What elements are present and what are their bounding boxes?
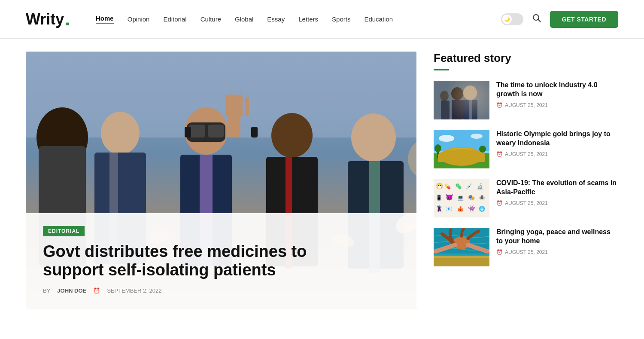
story-info-2: Historic Olympic gold brings joy to wear… xyxy=(496,130,618,157)
hero-meta: BY JOHN DOE ⏰ SEPTEMBER 2, 2022 xyxy=(43,287,399,294)
logo-dot: . xyxy=(65,10,70,28)
featured-story-2[interactable]: Historic Olympic gold brings joy to wear… xyxy=(434,130,618,168)
svg-rect-34 xyxy=(434,81,489,119)
svg-text:🦠: 🦠 xyxy=(455,183,462,190)
svg-rect-41 xyxy=(441,101,450,119)
svg-rect-20 xyxy=(245,97,249,116)
svg-point-52 xyxy=(479,146,486,153)
svg-rect-19 xyxy=(238,95,243,117)
nav-letters[interactable]: Letters xyxy=(298,15,318,23)
svg-text:💊: 💊 xyxy=(444,183,451,189)
svg-point-35 xyxy=(451,87,463,100)
nav-education[interactable]: Education xyxy=(364,15,393,23)
svg-point-48 xyxy=(444,148,480,162)
story-thumb-2 xyxy=(434,130,489,168)
featured-title: Featured story xyxy=(434,52,618,65)
svg-point-23 xyxy=(271,113,313,158)
story-thumb-3: 😷 💊 🦠 💉 🔬 📱 😈 💻 🎭 🕷️ 🦹 📧 🎪 👾 🌐 xyxy=(434,179,489,217)
svg-point-7 xyxy=(101,112,140,155)
hero-article[interactable]: EDITORIAL Govt distributes free medicine… xyxy=(26,52,416,309)
svg-text:📱: 📱 xyxy=(436,194,442,201)
svg-rect-73 xyxy=(434,258,489,266)
svg-text:🎭: 🎭 xyxy=(468,194,475,201)
svg-rect-38 xyxy=(463,100,477,119)
get-started-button[interactable]: GET STARTED xyxy=(550,11,618,28)
nav-essay[interactable]: Essay xyxy=(267,15,285,23)
svg-text:💻: 💻 xyxy=(457,194,464,201)
nav-editorial[interactable]: Editorial xyxy=(163,15,186,23)
svg-text:👾: 👾 xyxy=(468,205,476,212)
clock-icon: ⏰ xyxy=(93,287,100,294)
story-info-4: Bringing yoga, peace and wellness to you… xyxy=(496,228,618,255)
story-date-2: ⏰ AUGUST 25, 2021 xyxy=(496,151,618,157)
dark-mode-toggle[interactable]: 🌙 xyxy=(501,13,523,25)
story-title-1[interactable]: The time to unlock Industry 4.0 growth i… xyxy=(496,81,618,99)
svg-text:🔬: 🔬 xyxy=(477,183,484,190)
story-title-2[interactable]: Historic Olympic gold brings joy to wear… xyxy=(496,130,618,148)
svg-text:🕷️: 🕷️ xyxy=(479,194,485,201)
logo[interactable]: Writy. xyxy=(26,10,70,28)
story-thumb-4 xyxy=(434,228,489,266)
svg-rect-15 xyxy=(251,127,258,137)
clock-icon-4: ⏰ xyxy=(496,249,503,255)
search-button[interactable] xyxy=(532,13,541,25)
header-actions: 🌙 GET STARTED xyxy=(501,11,618,28)
svg-rect-4 xyxy=(26,52,416,103)
featured-sidebar: Featured story T xyxy=(434,52,618,277)
svg-text:😈: 😈 xyxy=(446,194,453,201)
story-title-4[interactable]: Bringing yoga, peace and wellness to you… xyxy=(496,228,618,246)
header: Writy. Home Opinion Editorial Culture Gl… xyxy=(0,0,644,39)
clock-icon-2: ⏰ xyxy=(496,151,503,157)
svg-rect-14 xyxy=(185,127,191,137)
svg-point-26 xyxy=(351,113,396,162)
svg-point-50 xyxy=(434,144,441,152)
story-thumb-1 xyxy=(434,81,489,119)
featured-story-1[interactable]: The time to unlock Industry 4.0 growth i… xyxy=(434,81,618,119)
svg-rect-13 xyxy=(208,125,224,137)
svg-point-47 xyxy=(440,147,483,166)
clock-icon-3: ⏰ xyxy=(496,200,503,206)
featured-divider xyxy=(434,69,449,70)
moon-icon: 🌙 xyxy=(502,15,512,24)
svg-text:🌐: 🌐 xyxy=(479,205,485,212)
svg-point-37 xyxy=(463,86,477,100)
featured-story-3[interactable]: 😷 💊 🦠 💉 🔬 📱 😈 💻 🎭 🕷️ 🦹 📧 🎪 👾 🌐 xyxy=(434,179,618,217)
by-label: BY xyxy=(43,287,50,294)
svg-text:🎪: 🎪 xyxy=(457,205,464,212)
featured-story-4[interactable]: Bringing yoga, peace and wellness to you… xyxy=(434,228,618,266)
svg-point-40 xyxy=(440,91,449,101)
svg-text:💉: 💉 xyxy=(466,183,472,189)
story-date-1: ⏰ AUGUST 25, 2021 xyxy=(496,102,618,108)
svg-point-44 xyxy=(439,135,454,142)
main-nav: Home Opinion Editorial Culture Global Es… xyxy=(96,15,484,24)
svg-text:📧: 📧 xyxy=(446,205,452,212)
svg-rect-33 xyxy=(434,81,489,119)
story-date-4: ⏰ AUGUST 25, 2021 xyxy=(496,249,618,255)
hero-overlay: EDITORIAL Govt distributes free medicine… xyxy=(26,213,416,309)
svg-rect-17 xyxy=(225,95,230,116)
svg-point-45 xyxy=(471,134,483,139)
hero-author: JOHN DOE xyxy=(57,287,86,294)
svg-rect-12 xyxy=(189,125,205,137)
story-info-1: The time to unlock Industry 4.0 growth i… xyxy=(496,81,618,108)
svg-rect-36 xyxy=(452,100,463,119)
nav-culture[interactable]: Culture xyxy=(200,15,221,23)
nav-opinion[interactable]: Opinion xyxy=(128,15,150,23)
svg-rect-39 xyxy=(469,100,472,119)
clock-icon-1: ⏰ xyxy=(496,102,503,108)
story-info-3: COVID-19: The evolution of scams in Asia… xyxy=(496,179,618,206)
editorial-badge: EDITORIAL xyxy=(43,226,85,236)
main-content: EDITORIAL Govt distributes free medicine… xyxy=(0,39,644,322)
svg-rect-46 xyxy=(434,153,489,168)
hero-title: Govt distributes free medicines to suppo… xyxy=(43,242,335,280)
nav-global[interactable]: Global xyxy=(235,15,253,23)
svg-text:🦹: 🦹 xyxy=(436,205,443,212)
svg-text:😷: 😷 xyxy=(436,183,444,190)
nav-home[interactable]: Home xyxy=(96,15,114,24)
story-date-3: ⏰ AUGUST 25, 2021 xyxy=(496,200,618,206)
story-title-3[interactable]: COVID-19: The evolution of scams in Asia… xyxy=(496,179,618,197)
svg-rect-18 xyxy=(232,95,236,118)
logo-text: Writy xyxy=(26,10,64,28)
svg-line-1 xyxy=(538,20,541,22)
nav-sports[interactable]: Sports xyxy=(332,15,350,23)
